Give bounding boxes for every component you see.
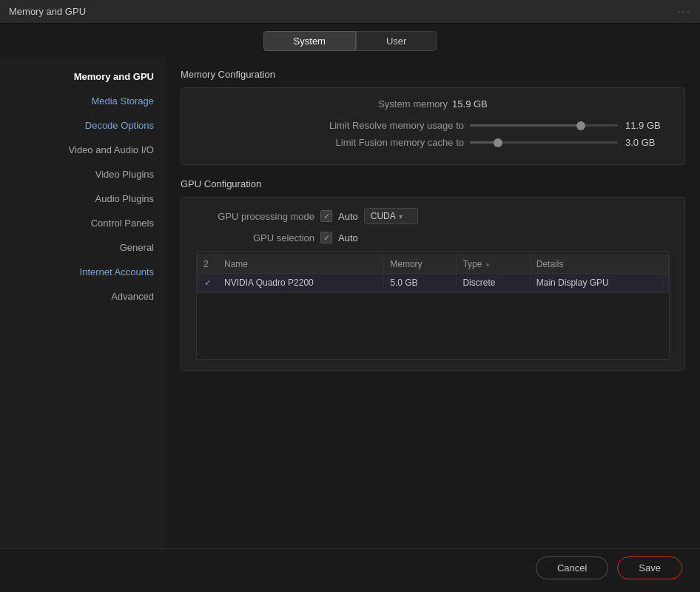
checkmark-icon-2: ✓ [323,233,330,243]
gpu-selection-label: GPU selection [196,232,314,243]
gpu-table: 2 Name Memory Type ▾ Details [197,255,669,292]
col-header-memory: Memory [384,255,457,274]
gpu-selection-row: GPU selection ✓ Auto [196,232,670,243]
limit-resolve-slider-track[interactable] [470,124,618,127]
gpu-config-header: GPU Configuration [181,178,685,189]
limit-fusion-value: 3.0 GB [625,137,670,148]
gpu-selection-auto: Auto [338,232,358,243]
title-bar: Memory and GPU ··· [0,0,700,24]
gpu-processing-mode-row: GPU processing mode ✓ Auto CUDA ▾ [196,208,670,224]
window-menu-dots[interactable]: ··· [677,5,691,18]
row-name: NVIDIA Quadro P2200 [218,274,384,292]
gpu-processing-mode-checkbox[interactable]: ✓ [320,210,332,222]
gpu-processing-mode-auto: Auto [338,211,358,222]
main-layout: Memory and GPU Media Storage Decode Opti… [0,57,700,548]
tab-user[interactable]: User [356,31,437,51]
gpu-selection-checkbox[interactable]: ✓ [320,232,332,243]
content-area: Memory Configuration System memory 15.9 … [166,57,700,548]
memory-config-box: System memory 15.9 GB Limit Resolve memo… [181,87,685,165]
gpu-table-empty-space [197,292,669,359]
system-memory-row: System memory 15.9 GB [196,98,670,110]
sidebar-item-decode-options[interactable]: Decode Options [0,113,166,138]
row-check: ✓ [198,274,218,292]
sidebar-item-control-panels[interactable]: Control Panels [0,211,166,235]
col-header-details: Details [530,255,668,274]
sidebar-item-advanced[interactable]: Advanced [0,284,166,309]
cancel-button[interactable]: Cancel [536,556,608,579]
sidebar-item-audio-plugins[interactable]: Audio Plugins [0,186,166,211]
col-header-name: Name [218,255,384,274]
sidebar-item-video-plugins[interactable]: Video Plugins [0,162,166,186]
col-header-type: Type ▾ [457,255,530,274]
limit-fusion-label: Limit Fusion memory cache to [336,137,464,148]
row-details: Main Display GPU [530,274,668,292]
col-header-num: 2 [198,255,218,274]
row-type: Discrete [457,274,530,292]
sidebar-item-internet-accounts[interactable]: Internet Accounts [0,260,166,284]
bottom-bar: Cancel Save [0,548,700,587]
table-row[interactable]: ✓ NVIDIA Quadro P2200 5.0 GB Discrete Ma… [198,274,669,292]
row-checkmark-icon: ✓ [204,278,211,287]
limit-fusion-slider-thumb[interactable] [494,138,502,147]
limit-fusion-slider-track[interactable] [470,141,618,144]
limit-fusion-slider-wrap[interactable] [470,141,618,144]
limit-resolve-slider-wrap[interactable] [470,124,618,127]
sidebar-item-video-audio-io[interactable]: Video and Audio I/O [0,138,166,162]
cuda-dropdown[interactable]: CUDA ▾ [364,208,418,224]
checkmark-icon: ✓ [323,212,330,221]
limit-resolve-slider-thumb[interactable] [576,121,585,130]
tab-system[interactable]: System [263,31,356,51]
limit-resolve-row: Limit Resolve memory usage to 11.9 GB [196,120,670,131]
limit-fusion-row: Limit Fusion memory cache to 3.0 GB [196,137,670,148]
cuda-label: CUDA [371,211,396,221]
gpu-table-wrapper: 2 Name Memory Type ▾ Details [196,251,670,360]
gpu-config-box: GPU processing mode ✓ Auto CUDA ▾ GPU se… [181,197,685,371]
sidebar-item-general[interactable]: General [0,235,166,260]
type-sort-icon: ▾ [486,261,490,269]
sidebar: Memory and GPU Media Storage Decode Opti… [0,57,166,548]
limit-resolve-slider-fill [470,124,581,127]
limit-resolve-label: Limit Resolve memory usage to [329,120,464,131]
system-memory-value: 15.9 GB [452,98,488,110]
memory-config-header: Memory Configuration [181,69,685,80]
limit-resolve-value: 11.9 GB [625,120,670,131]
sidebar-item-memory-gpu[interactable]: Memory and GPU [0,64,166,89]
gpu-processing-mode-label: GPU processing mode [196,211,314,222]
save-button[interactable]: Save [617,556,682,579]
row-memory: 5.0 GB [384,274,457,292]
tab-bar: System User [0,24,700,57]
cuda-dropdown-arrow: ▾ [399,212,403,221]
sidebar-item-media-storage[interactable]: Media Storage [0,89,166,113]
system-memory-label: System memory [378,98,448,110]
window-title: Memory and GPU [9,6,86,17]
